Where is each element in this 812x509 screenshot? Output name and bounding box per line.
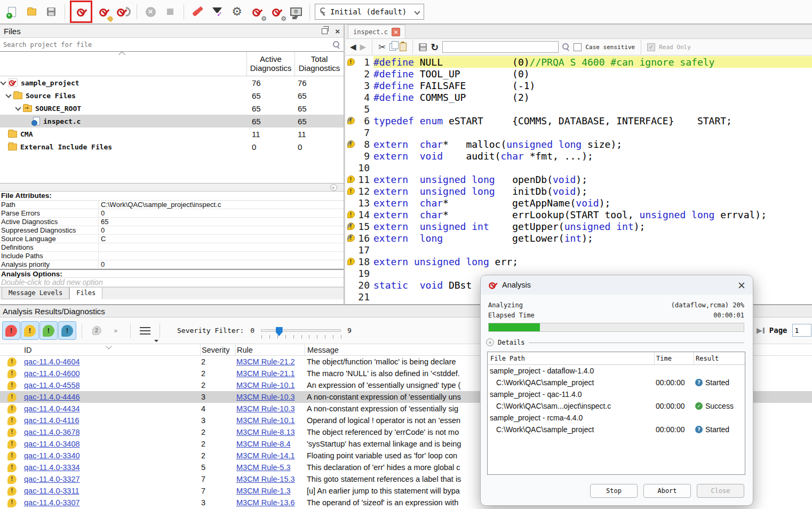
severity-slider[interactable]: [261, 329, 341, 332]
diagnostic-rule-text[interactable]: M3CM Rule-21.1: [236, 369, 295, 378]
diagnostic-rule-text[interactable]: M3CM Rule-8.4: [236, 440, 291, 448]
diagnostic-rule-text[interactable]: M3CM Rule-13.6: [236, 498, 295, 507]
column-header-file-path[interactable]: File Path: [488, 355, 654, 362]
code-line-18[interactable]: !18extern unsigned long err;: [346, 256, 812, 267]
new-project-button[interactable]: +: [3, 3, 20, 20]
expand-arrow-icon[interactable]: [0, 79, 6, 85]
abort-button[interactable]: Abort: [643, 484, 691, 498]
code-line-12[interactable]: !12extern unsigned long initDb(void);: [346, 185, 812, 197]
settings-button[interactable]: ⚙: [228, 3, 245, 20]
editor-search-input[interactable]: [442, 41, 559, 53]
forward-icon[interactable]: ▶: [360, 43, 367, 51]
diagnostic-rule-link[interactable]: M3CM Rule-14.1: [235, 451, 305, 460]
diagnostic-id-link[interactable]: qac-11.4.0-3327: [24, 475, 200, 483]
diagnostic-id-link[interactable]: qac-11.4.0-4116: [24, 416, 200, 425]
tree-item-CMA[interactable]: CMA1111: [0, 128, 344, 140]
expand-arrow-icon[interactable]: [5, 92, 11, 98]
dialog-title-bar[interactable]: Analysis ×: [481, 275, 753, 295]
diagnostic-rule-text[interactable]: M3CM Rule-21.2: [236, 357, 295, 366]
code-line-16[interactable]: !16extern long getLower(int);: [346, 232, 812, 244]
code-line-7[interactable]: 7: [346, 126, 812, 138]
code-line-2[interactable]: 2#define TOOL_UP (0): [346, 68, 812, 79]
diagnostic-rule-link[interactable]: M3CM Rule-13.6: [235, 498, 305, 507]
column-header-rule[interactable]: Rule: [235, 344, 305, 355]
collapse-section-button[interactable]: «: [330, 184, 337, 191]
view-menu-button[interactable]: [136, 321, 154, 340]
diagnostic-rule-link[interactable]: M3CM Rule-21.1: [235, 369, 305, 378]
tree-item-Source Files[interactable]: Source Files6565: [0, 89, 344, 102]
diagnostic-id-text[interactable]: qac-11.4.0-3340: [24, 451, 80, 460]
analysis-settings-button[interactable]: ⚙: [248, 3, 265, 20]
filter-button[interactable]: [209, 3, 226, 20]
column-header-total-diagnostics[interactable]: Total Diagnostics: [294, 52, 344, 76]
configuration-combobox[interactable]: Initial (default): [315, 4, 424, 20]
diagnostic-rule-link[interactable]: M3CM Rule-15.3: [235, 475, 305, 483]
tab-files[interactable]: Files: [69, 288, 102, 299]
save-project-button[interactable]: [43, 3, 60, 20]
diagnostic-rule-text[interactable]: M3CM Rule-10.1: [236, 381, 295, 389]
diagnostic-id-link[interactable]: qac-11.4.0-3334: [24, 463, 200, 472]
tree-item-sample_project[interactable]: sample_project7676: [0, 76, 344, 89]
remote-analysis-button[interactable]: ⚙: [288, 3, 305, 20]
analysis-options-hint[interactable]: Double-click to add new option: [0, 278, 344, 287]
diagnostic-id-link[interactable]: qac-11.4.0-3311: [24, 487, 200, 495]
diagnostic-id-text[interactable]: qac-11.4.0-4446: [24, 393, 80, 401]
diagnostic-id-text[interactable]: qac-11.4.0-3408: [24, 440, 80, 448]
diagnostic-id-link[interactable]: qac-11.4.0-4434: [24, 404, 200, 413]
diagnostic-rule-link[interactable]: M3CM Rule-10.1: [235, 416, 305, 425]
tree-item-SOURCE_ROOT[interactable]: SOURCE_ROOT6565: [0, 102, 344, 115]
tree-item-inspect.c[interactable]: inspect.c6565: [0, 115, 344, 128]
code-line-17[interactable]: 17: [346, 244, 812, 256]
diagnostic-id-text[interactable]: qac-11.4.0-3678: [24, 428, 80, 436]
stop-button[interactable]: Stop: [590, 484, 638, 498]
panel-splitter[interactable]: «: [0, 184, 344, 192]
diagnostic-id-text[interactable]: qac-11.4.0-3311: [24, 487, 79, 495]
code-line-3[interactable]: 3#define FAILSAFE (-1): [346, 79, 812, 91]
dialog-close-icon[interactable]: ×: [737, 280, 746, 290]
code-line-14[interactable]: !14extern char* errLookup(START tool, un…: [346, 209, 812, 220]
cut-icon[interactable]: ✂: [378, 42, 386, 52]
analyze-modified-button[interactable]: [115, 3, 132, 20]
code-line-9[interactable]: 9extern void audit(char *fmt, ...);: [346, 150, 812, 162]
tree-item-External Include Files[interactable]: External Include Files00: [0, 140, 344, 153]
column-header-active-diagnostics[interactable]: Active Diagnostics: [246, 52, 294, 76]
suppressed-messages-button[interactable]: 2: [87, 321, 106, 340]
diagnostic-rule-text[interactable]: M3CM Rule-10.3: [236, 393, 295, 401]
code-line-10[interactable]: 10: [346, 162, 812, 173]
skip-to-last-page-icon[interactable]: ▶: [757, 326, 765, 335]
float-panel-icon[interactable]: [322, 28, 328, 34]
diagnostic-rule-link[interactable]: M3CM Rule-10.1: [235, 381, 305, 389]
editor-tab-inspect-c[interactable]: inspect.c ×: [348, 25, 405, 38]
code-editor[interactable]: !1#define NULL (0)//PRQA S 4600 #can ign…: [346, 56, 812, 304]
diagnostic-rule-text[interactable]: M3CM Rule-10.1: [236, 416, 295, 425]
code-line-6[interactable]: !6typedef enum eSTART {COMMS, DATABASE, …: [346, 115, 812, 126]
code-line-4[interactable]: 4#define COMMS_UP (2): [346, 91, 812, 103]
attribute-value[interactable]: 0: [99, 226, 344, 234]
diagnostic-rule-text[interactable]: M3CM Rule-14.1: [236, 451, 295, 460]
diagnostic-rule-link[interactable]: M3CM Rule-21.2: [235, 357, 305, 366]
diagnostic-rule-link[interactable]: M3CM Rule-8.13: [235, 428, 305, 436]
code-line-11[interactable]: !11extern unsigned long openDb(void);: [346, 173, 812, 185]
attribute-value[interactable]: [99, 252, 344, 260]
column-header-time[interactable]: Time: [654, 352, 694, 364]
collapse-details-button[interactable]: «: [486, 338, 494, 346]
diagnostic-id-link[interactable]: qac-11.4.0-3678: [24, 428, 200, 436]
tab-message-levels[interactable]: Message Levels: [2, 288, 69, 299]
diagnostic-rule-text[interactable]: M3CM Rule-8.13: [236, 428, 295, 436]
expand-arrow-icon[interactable]: [15, 105, 21, 110]
diagnostic-id-link[interactable]: qac-11.4.0-4446: [24, 393, 200, 401]
attribute-value[interactable]: [99, 243, 344, 251]
diagnostic-rule-link[interactable]: M3CM Rule-1.3: [235, 487, 305, 495]
code-line-15[interactable]: !15extern unsigned int getUpper(unsigned…: [346, 220, 812, 232]
code-line-1[interactable]: !1#define NULL (0)//PRQA S 4600 #can ign…: [346, 56, 812, 68]
code-line-13[interactable]: 13extern char* getAppName(void);: [346, 197, 812, 209]
open-project-button[interactable]: [23, 3, 40, 20]
diagnostic-id-text[interactable]: qac-11.4.0-3327: [24, 475, 80, 483]
dependencies-button[interactable]: [189, 3, 206, 20]
diagnostic-id-text[interactable]: qac-11.4.0-3307: [24, 498, 80, 507]
close-tab-icon[interactable]: ×: [392, 28, 400, 36]
diagnostic-rule-link[interactable]: M3CM Rule-10.3: [235, 393, 305, 401]
severity-toggle-button-2[interactable]: !: [21, 321, 39, 340]
attribute-value[interactable]: 65: [99, 218, 344, 226]
severity-toggle-button-4[interactable]: !: [58, 321, 76, 340]
